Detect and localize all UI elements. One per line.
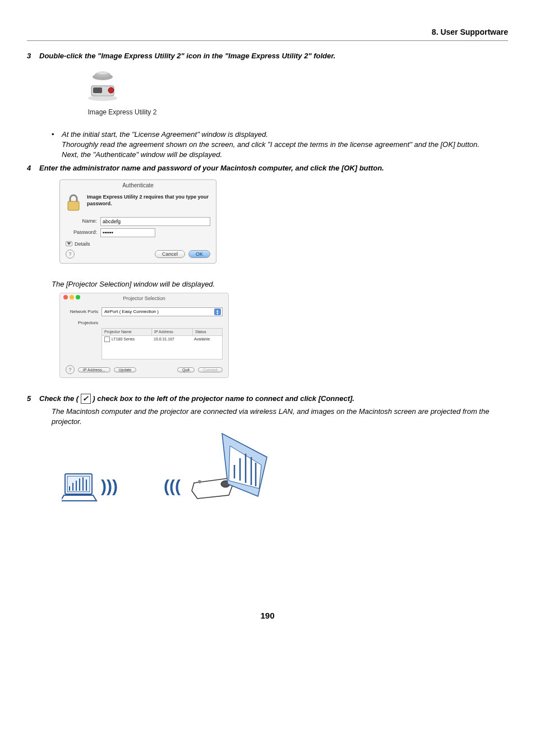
password-field[interactable] bbox=[100, 228, 155, 237]
connect-button[interactable]: Connect bbox=[198, 367, 223, 372]
network-ports-value: AirPort ( Easy Connection ) bbox=[104, 308, 159, 315]
step-5: 5 Check the ( ✓ ) check box to the left … bbox=[27, 394, 508, 404]
authenticate-dialog: Authenticate Image Express Utility 2 req… bbox=[59, 179, 216, 264]
step-4-after-text: The [Projector Selection] window will be… bbox=[52, 279, 505, 289]
network-ports-select[interactable]: AirPort ( Easy Connection ) ▴▾ bbox=[102, 307, 223, 316]
close-icon[interactable] bbox=[63, 295, 68, 299]
table-row[interactable]: LT180 Series 10.0.31.167 Available bbox=[102, 336, 222, 343]
authenticate-title: Authenticate bbox=[60, 180, 216, 191]
image-express-utility-icon bbox=[83, 69, 122, 103]
zoom-icon[interactable] bbox=[76, 295, 80, 299]
ok-button[interactable]: OK bbox=[188, 250, 210, 258]
svg-point-2 bbox=[97, 71, 108, 75]
name-field[interactable] bbox=[100, 217, 210, 226]
step-4-number: 4 bbox=[27, 163, 39, 173]
name-label: Name: bbox=[66, 218, 100, 225]
col-ip-address: IP Address bbox=[152, 329, 193, 335]
page-number: 190 bbox=[27, 610, 508, 621]
step-4-text: Enter the administrator name and passwor… bbox=[39, 163, 508, 173]
step-3: 3 Double-click the "Image Express Utilit… bbox=[27, 51, 508, 61]
projector-selection-title: Projector Selection bbox=[123, 296, 165, 301]
app-icon-block: Image Express Utility 2 bbox=[83, 69, 508, 117]
svg-rect-4 bbox=[93, 87, 102, 93]
step-5-body: The Macintosh computer and the projector… bbox=[52, 407, 505, 427]
laptop-wireless-icon: ))) bbox=[62, 464, 123, 509]
projector-ip-cell: 10.0.31.167 bbox=[151, 336, 192, 343]
connection-illustration: ))) ((( bbox=[62, 430, 508, 509]
quit-button[interactable]: Quit bbox=[177, 367, 195, 372]
help-icon[interactable]: ? bbox=[66, 365, 75, 374]
projectors-table[interactable]: Projector Name IP Address Status LT180 S… bbox=[102, 328, 223, 359]
step-5-number: 5 bbox=[27, 394, 39, 404]
projectors-label: Projectors bbox=[66, 319, 102, 326]
step-3-bullet-text: At the initial start, the "License Agree… bbox=[62, 130, 508, 140]
projector-checkbox[interactable] bbox=[104, 336, 110, 342]
details-label: Details bbox=[75, 241, 90, 248]
step-4: 4 Enter the administrator name and passw… bbox=[27, 163, 508, 173]
bullet-dot-icon: • bbox=[52, 130, 62, 140]
col-status: Status bbox=[193, 329, 222, 335]
checkmark-icon: ✓ bbox=[81, 394, 91, 404]
network-ports-label: Network Ports bbox=[66, 308, 102, 315]
projector-selection-dialog: Projector Selection Network Ports AirPor… bbox=[59, 293, 229, 378]
help-icon[interactable]: ? bbox=[66, 250, 75, 259]
step-3-number: 3 bbox=[27, 51, 39, 61]
step-3-body-2: Next, the "Authenticate" window will be … bbox=[62, 150, 505, 160]
projector-status-cell: Available bbox=[192, 336, 222, 343]
authenticate-message: Image Express Utility 2 requires that yo… bbox=[87, 193, 210, 208]
cancel-button[interactable]: Cancel bbox=[155, 250, 185, 258]
col-projector-name: Projector Name bbox=[102, 329, 152, 335]
app-icon-caption: Image Express Utility 2 bbox=[83, 108, 162, 117]
ip-address-button[interactable]: IP Address... bbox=[78, 367, 110, 372]
lock-icon bbox=[66, 193, 81, 213]
table-header: Projector Name IP Address Status bbox=[102, 329, 222, 336]
step-3-body-1: Thoroughly read the agreement shown on t… bbox=[62, 140, 505, 150]
svg-point-6 bbox=[88, 95, 117, 101]
projector-wireless-icon: ((( bbox=[163, 430, 269, 509]
svg-text:(((: ((( bbox=[164, 477, 181, 495]
svg-text:))): ))) bbox=[101, 477, 118, 495]
step-3-text: Double-click the "Image Express Utility … bbox=[39, 51, 508, 61]
minimize-icon[interactable] bbox=[70, 295, 74, 299]
svg-point-19 bbox=[198, 480, 201, 483]
triangle-down-icon bbox=[67, 242, 71, 245]
select-arrows-icon: ▴▾ bbox=[214, 308, 221, 315]
details-disclosure[interactable]: Details bbox=[60, 238, 216, 249]
password-label: Password: bbox=[66, 229, 100, 236]
step-5-text: Check the ( ✓ ) check box to the left of… bbox=[39, 394, 508, 404]
step-3-bullet: • At the initial start, the "License Agr… bbox=[52, 130, 508, 140]
update-button[interactable]: Update bbox=[114, 367, 137, 372]
svg-point-5 bbox=[108, 87, 114, 93]
section-header: 8. User Supportware bbox=[27, 27, 508, 41]
projector-name-cell: LT180 Series bbox=[112, 336, 135, 342]
window-controls[interactable] bbox=[63, 295, 80, 299]
svg-rect-7 bbox=[68, 201, 79, 210]
